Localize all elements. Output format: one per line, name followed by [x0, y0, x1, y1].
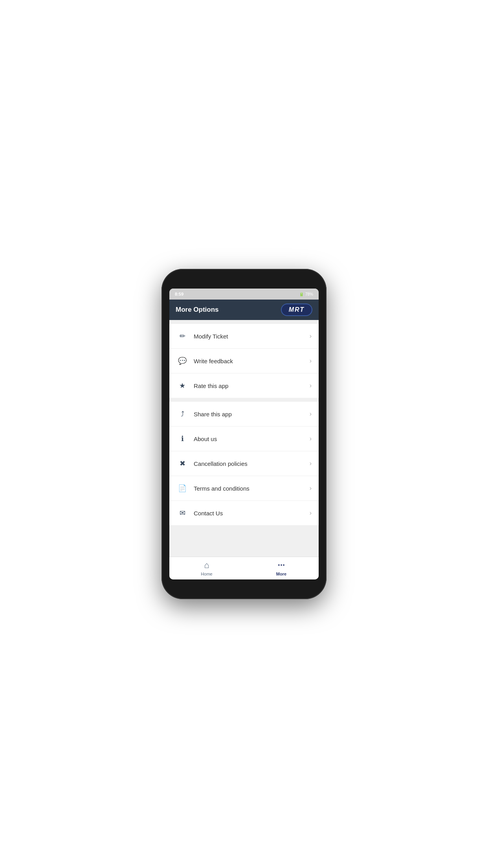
pencil-icon: [176, 330, 188, 342]
share-icon: [176, 408, 188, 420]
menu-item-rate-app[interactable]: Rate this app ›: [169, 373, 319, 398]
menu-item-contact-us[interactable]: Contact Us ›: [169, 501, 319, 525]
chevron-right-icon: ›: [310, 485, 312, 492]
chevron-right-icon: ›: [310, 357, 312, 364]
chevron-right-icon: ›: [310, 509, 312, 517]
menu-item-share-app[interactable]: Share this app ›: [169, 402, 319, 427]
home-icon: [204, 560, 209, 570]
chat-icon: [176, 355, 188, 367]
write-feedback-label: Write feedback: [194, 358, 310, 364]
info-icon: [176, 433, 188, 445]
menu-group-1: Modify Ticket › Write feedback › Rate th…: [169, 324, 319, 398]
nav-item-home[interactable]: Home: [169, 560, 244, 576]
phone-screen: 8:59 🔋 78% More Options MRT Modify Ticke…: [169, 289, 319, 579]
menu-item-terms-conditions[interactable]: Terms and conditions ›: [169, 476, 319, 501]
status-time: 8:59: [175, 292, 183, 296]
battery-percent: 78%: [305, 292, 313, 296]
terms-conditions-label: Terms and conditions: [194, 485, 310, 492]
rate-app-label: Rate this app: [194, 383, 310, 389]
contact-us-label: Contact Us: [194, 510, 310, 517]
logo-text: MRT: [289, 306, 305, 313]
mail-icon: [176, 507, 188, 519]
chevron-right-icon: ›: [310, 410, 312, 417]
document-icon: [176, 482, 188, 494]
share-app-label: Share this app: [194, 411, 310, 417]
bottom-nav: Home More: [169, 557, 319, 579]
modify-ticket-label: Modify Ticket: [194, 333, 310, 340]
chevron-right-icon: ›: [310, 333, 312, 340]
menu-item-write-feedback[interactable]: Write feedback ›: [169, 349, 319, 373]
about-us-label: About us: [194, 436, 310, 442]
status-bar: 8:59 🔋 78%: [169, 289, 319, 300]
menu-group-2: Share this app › About us › Cancellation…: [169, 402, 319, 525]
menu-item-modify-ticket[interactable]: Modify Ticket ›: [169, 324, 319, 349]
star-icon: [176, 380, 188, 392]
cancellation-icon: [176, 458, 188, 469]
mrt-logo: MRT: [281, 303, 312, 316]
chevron-right-icon: ›: [310, 382, 312, 389]
status-icons: 🔋 78%: [299, 292, 313, 296]
home-nav-label: Home: [201, 572, 212, 576]
cancellation-policies-label: Cancellation policies: [194, 460, 310, 467]
more-nav-label: More: [276, 572, 286, 576]
chevron-right-icon: ›: [310, 460, 312, 467]
phone-device: 8:59 🔋 78% More Options MRT Modify Ticke…: [161, 269, 327, 599]
content-area: Modify Ticket › Write feedback › Rate th…: [169, 320, 319, 557]
app-header: More Options MRT: [169, 300, 319, 320]
nav-item-more[interactable]: More: [244, 560, 319, 576]
more-icon: [278, 560, 285, 570]
menu-item-about-us[interactable]: About us ›: [169, 427, 319, 451]
menu-item-cancellation-policies[interactable]: Cancellation policies ›: [169, 451, 319, 476]
chevron-right-icon: ›: [310, 435, 312, 442]
battery-icon: 🔋: [299, 292, 304, 296]
page-title: More Options: [176, 306, 219, 314]
